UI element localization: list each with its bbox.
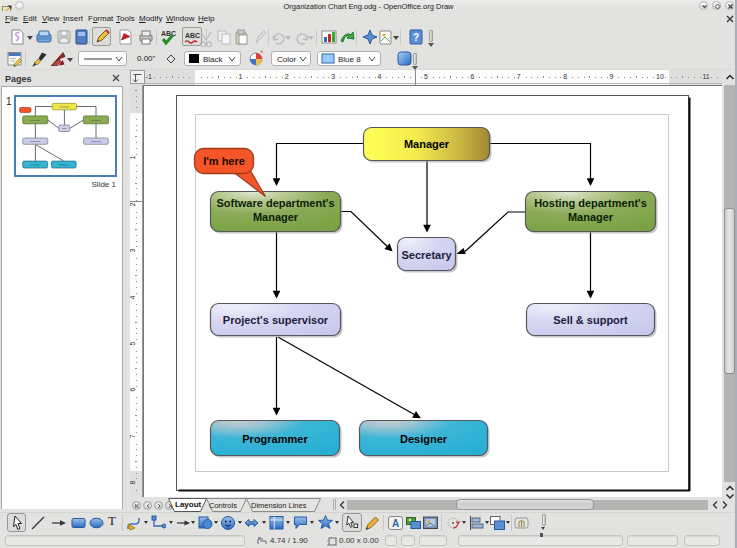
svg-text:Manager: Manager bbox=[404, 138, 450, 150]
svg-text:Project's supervisor: Project's supervisor bbox=[223, 314, 329, 326]
svg-text:I'm here: I'm here bbox=[203, 155, 245, 167]
svg-text:A: A bbox=[392, 518, 399, 529]
svg-text:Blue 8: Blue 8 bbox=[338, 55, 361, 64]
svg-text:Designer: Designer bbox=[400, 433, 448, 445]
svg-text:Manager: Manager bbox=[253, 211, 299, 223]
svg-text:Hosting department's: Hosting department's bbox=[534, 197, 647, 209]
svg-text:Software department's: Software department's bbox=[216, 197, 334, 209]
svg-text:Manager: Manager bbox=[568, 211, 614, 223]
svg-text:Programmer: Programmer bbox=[242, 433, 308, 445]
svg-text:Black: Black bbox=[203, 55, 224, 64]
svg-text:Secretary: Secretary bbox=[401, 249, 452, 261]
svg-text:Color: Color bbox=[277, 55, 296, 64]
svg-text:?: ? bbox=[413, 32, 419, 43]
svg-text:Sell & support: Sell & support bbox=[553, 314, 628, 326]
